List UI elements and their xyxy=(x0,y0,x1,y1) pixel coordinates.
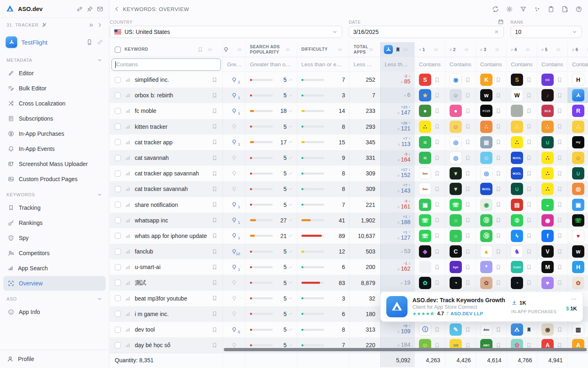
suggestions-cell[interactable]: 1 xyxy=(223,259,245,275)
keyword-cell[interactable]: cat tracker app savannah xyxy=(110,166,223,181)
country-select[interactable]: US: United States xyxy=(110,26,342,38)
app-icon[interactable]: Atm xyxy=(480,323,492,336)
pin-icon[interactable] xyxy=(87,6,93,12)
app-icon[interactable]: ∪ xyxy=(572,167,584,180)
bookmark-icon[interactable] xyxy=(557,139,563,145)
app-icon[interactable]: ◔ xyxy=(511,277,523,289)
filter-funnel-icon[interactable] xyxy=(520,6,527,13)
row-checkbox[interactable] xyxy=(115,155,121,161)
app-icon[interactable]: ≈ xyxy=(419,152,431,164)
suggestions-cell[interactable] xyxy=(223,181,245,197)
app-icon[interactable]: FC25 xyxy=(480,105,492,117)
bookmark-icon[interactable] xyxy=(434,123,440,130)
help-icon[interactable] xyxy=(575,6,582,13)
app-icon[interactable]: my xyxy=(572,136,584,148)
row-checkbox[interactable] xyxy=(115,186,121,192)
bookmark-icon[interactable] xyxy=(495,264,501,270)
bookmark-icon[interactable] xyxy=(526,264,532,270)
chart-bars-icon[interactable] xyxy=(125,280,131,286)
bookmark-icon[interactable] xyxy=(465,171,471,177)
app-icon[interactable]: ♥ xyxy=(572,230,584,242)
suggestions-cell[interactable]: 1 xyxy=(223,197,245,213)
settings-gear-icon[interactable] xyxy=(506,6,513,13)
app-icon[interactable]: ♥ xyxy=(541,277,554,289)
bookmark-icon[interactable] xyxy=(212,155,218,161)
row-checkbox[interactable] xyxy=(115,217,121,223)
app-icon[interactable]: ∴ xyxy=(541,121,554,133)
app-icon[interactable]: ✎ xyxy=(450,323,462,336)
bookmark-icon[interactable] xyxy=(434,264,440,270)
bookmark-icon[interactable] xyxy=(434,186,440,192)
bookmark-icon[interactable] xyxy=(434,77,440,83)
app-icon[interactable]: ☺ xyxy=(480,152,492,164)
keyword-cell[interactable]: 測試 xyxy=(110,275,223,290)
app-icon[interactable]: ◔ xyxy=(450,277,462,289)
back-chevron-icon[interactable] xyxy=(114,6,120,12)
app-icon[interactable]: M xyxy=(541,261,554,273)
chart-bars-icon[interactable] xyxy=(125,186,131,192)
bookmark-icon[interactable] xyxy=(495,171,501,177)
sidebar-item-profile[interactable]: Profile xyxy=(0,350,109,368)
column-menu-icon[interactable] xyxy=(433,47,442,52)
cluster-dots-icon[interactable] xyxy=(534,6,541,13)
keyword-cell[interactable]: kitten tracker xyxy=(110,119,223,135)
bookmark-icon[interactable] xyxy=(495,92,501,99)
bookmark-icon[interactable] xyxy=(495,108,501,114)
bookmark-icon[interactable] xyxy=(557,264,563,270)
bookmark-icon[interactable] xyxy=(465,342,471,348)
app-icon[interactable]: ▤ xyxy=(511,199,523,211)
column-menu-icon[interactable] xyxy=(464,47,472,52)
app-icon[interactable]: w xyxy=(480,89,492,101)
keyword-cell[interactable]: share notification xyxy=(110,197,223,213)
app-icon[interactable]: WJCL xyxy=(480,183,492,195)
suggestions-cell[interactable] xyxy=(223,166,245,181)
chart-bars-icon[interactable] xyxy=(125,139,131,145)
bookmark-icon[interactable] xyxy=(557,249,563,255)
bookmark-icon[interactable] xyxy=(212,123,218,130)
column-menu-icon[interactable] xyxy=(285,47,294,52)
bookmark-icon[interactable] xyxy=(212,217,218,223)
sidebar-item-in-app-purchases[interactable]: In-App Purchases xyxy=(3,126,106,141)
clipboard-icon[interactable] xyxy=(548,6,555,13)
column-header-suggestions[interactable] xyxy=(223,42,245,57)
app-icon[interactable]: V xyxy=(541,245,554,258)
column-menu-icon[interactable] xyxy=(368,47,377,52)
chart-bars-icon[interactable] xyxy=(125,171,131,176)
app-icon[interactable]: C xyxy=(450,245,462,258)
app-icon[interactable]: ◉ xyxy=(541,323,554,336)
bookmark-icon[interactable] xyxy=(212,77,218,83)
bookmark-icon[interactable] xyxy=(526,123,532,130)
column-header-position-2[interactable]: #2 xyxy=(445,42,476,57)
position-filter[interactable]: Contains xyxy=(414,57,445,72)
app-icon[interactable]: W xyxy=(511,89,523,101)
bookmark-icon[interactable] xyxy=(465,108,471,114)
app-icon[interactable]: ∴ xyxy=(511,121,523,133)
position-filter[interactable]: Contains xyxy=(445,57,476,72)
bookmark-icon[interactable] xyxy=(465,233,471,239)
sidebar-item-competitors[interactable]: Competitors xyxy=(3,246,106,260)
bookmark-icon[interactable] xyxy=(212,342,218,348)
app-icon[interactable]: ∴ xyxy=(541,152,554,164)
bookmark-icon[interactable] xyxy=(557,92,563,99)
rank-select[interactable]: 10 xyxy=(510,26,582,38)
keyword-cell[interactable]: orbox b: rebirth xyxy=(110,88,223,103)
chevron-right-icon[interactable] xyxy=(97,22,102,28)
sidebar-item-custom-product-pages[interactable]: Custom Product Pages xyxy=(3,172,106,186)
bookmark-icon[interactable] xyxy=(557,171,563,177)
bookmark-icon[interactable] xyxy=(465,264,471,270)
app-icon[interactable]: ▥ xyxy=(572,323,584,336)
link-icon[interactable] xyxy=(97,39,103,45)
bookmark-icon[interactable] xyxy=(495,342,501,348)
app-icon[interactable]: ☏ xyxy=(572,214,584,227)
bookmark-icon[interactable] xyxy=(465,139,471,145)
keyword-cell[interactable]: dạy bé học số xyxy=(110,337,223,353)
position-filter[interactable]: Contains xyxy=(568,57,588,72)
keyword-cell[interactable]: dev tool xyxy=(110,322,223,337)
bookmark-icon[interactable] xyxy=(465,92,471,99)
app-icon[interactable]: ▣ xyxy=(419,199,431,211)
column-menu-icon[interactable] xyxy=(525,47,534,52)
bookmark-icon[interactable] xyxy=(212,249,218,255)
app-card-developer[interactable]: ASO.DEV LLP xyxy=(450,311,483,316)
row-checkbox[interactable] xyxy=(115,295,121,301)
device-phone-icon[interactable] xyxy=(86,39,93,45)
